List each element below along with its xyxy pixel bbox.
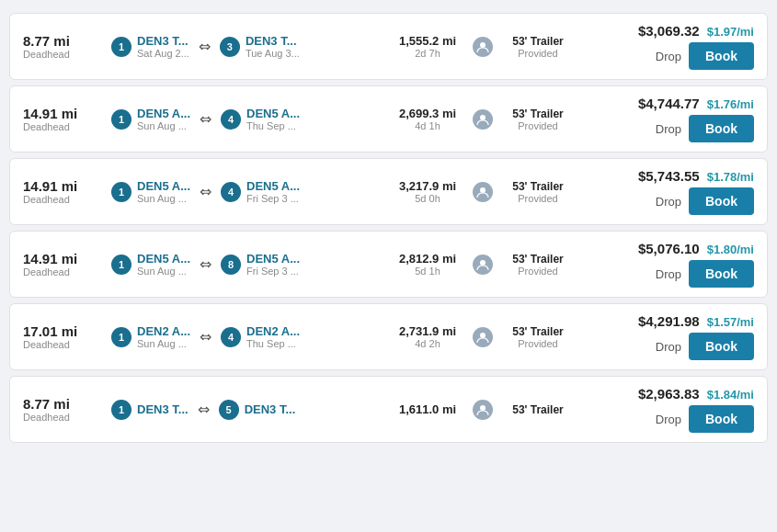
route-col: 1 DEN5 A... Sun Aug ... ⇔ 4 DEN5 A... Fr… [106, 179, 386, 204]
price-main: $4,744.77 [638, 96, 700, 111]
stop2-badge: 8 [221, 255, 241, 275]
price-per-mile: $1.76/mi [707, 97, 754, 111]
stop1-name: DEN3 T... [137, 402, 189, 416]
driver-col [469, 37, 497, 57]
trailer-provided: Provided [497, 338, 579, 349]
stop2-info: DEN5 A... Fri Sep 3 ... [246, 252, 300, 277]
driver-icon [473, 37, 493, 57]
stop2-date: Fri Sep 3 ... [246, 193, 300, 204]
deadhead-label: Deadhead [23, 121, 106, 132]
stop2-name: DEN3 T... [246, 34, 300, 48]
stop2-date: Thu Sep ... [246, 338, 300, 349]
stop1-info: DEN2 A... Sun Aug ... [137, 324, 190, 349]
deadhead-label: Deadhead [23, 339, 106, 350]
price-row: $3,069.32 $1.97/mi [638, 23, 754, 39]
price-main: $3,069.32 [638, 23, 700, 39]
book-button[interactable]: Book [689, 42, 754, 70]
price-per-mile: $1.78/mi [707, 170, 754, 184]
trailer-provided: Provided [497, 120, 579, 131]
miles-value: 17.01 mi [23, 323, 106, 339]
svg-point-2 [480, 187, 486, 193]
stop2-badge: 4 [221, 182, 241, 202]
driver-icon [473, 182, 493, 202]
route-col: 1 DEN5 A... Sun Aug ... ⇔ 8 DEN5 A... Fr… [106, 252, 386, 277]
stop2-name: DEN5 A... [246, 107, 300, 120]
book-button[interactable]: Book [689, 260, 754, 288]
deadhead-label: Deadhead [23, 266, 106, 277]
trip-miles: 3,217.9 mi [386, 179, 469, 193]
actions-col: $5,076.10 $1.80/mi Drop Book [579, 241, 754, 288]
trip-time: 5d 1h [386, 266, 469, 277]
actions-col: $4,744.77 $1.76/mi Drop Book [579, 96, 754, 142]
book-button[interactable]: Book [689, 405, 754, 433]
stop1-name: DEN5 A... [137, 252, 190, 266]
trailer-col: 53' Trailer [497, 403, 579, 416]
miles-value: 14.91 mi [23, 106, 106, 121]
table-row: 14.91 mi Deadhead 1 DEN5 A... Sun Aug ..… [9, 85, 768, 153]
stop1-date: Sun Aug ... [137, 193, 190, 204]
stop1-badge: 1 [111, 400, 131, 420]
trip-col: 3,217.9 mi 5d 0h [386, 179, 469, 204]
table-row: 14.91 mi Deadhead 1 DEN5 A... Sun Aug ..… [9, 231, 768, 298]
trip-col: 2,699.3 mi 4d 1h [386, 107, 469, 131]
svg-point-5 [480, 405, 486, 411]
stop1-date: Sun Aug ... [137, 120, 190, 131]
book-button[interactable]: Book [689, 333, 754, 360]
driver-icon [473, 327, 493, 347]
stop2-date: Fri Sep 3 ... [246, 266, 300, 277]
trip-time: 2d 7h [386, 48, 469, 59]
book-button[interactable]: Book [689, 115, 754, 142]
price-per-mile: $1.97/mi [707, 25, 754, 39]
stop1-info: DEN5 A... Sun Aug ... [137, 107, 190, 131]
drop-label: Drop [656, 340, 681, 354]
driver-col [469, 109, 497, 130]
miles-value: 14.91 mi [23, 178, 106, 194]
action-row: Drop Book [656, 260, 754, 288]
stop2-name: DEN5 A... [246, 252, 300, 266]
deadhead-label: Deadhead [23, 49, 106, 60]
stop2-name: DEN3 T... [245, 402, 296, 416]
stop1-info: DEN3 T... [137, 402, 189, 416]
route-col: 1 DEN5 A... Sun Aug ... ⇔ 4 DEN5 A... Th… [106, 107, 386, 131]
distance-col: 8.77 mi Deadhead [23, 33, 106, 60]
trailer-type: 53' Trailer [497, 253, 579, 266]
book-button[interactable]: Book [689, 187, 754, 215]
stop1-info: DEN5 A... Sun Aug ... [137, 179, 190, 204]
stop2-info: DEN2 A... Thu Sep ... [246, 324, 300, 349]
table-row: 8.77 mi Deadhead 1 DEN3 T... ⇔ 5 DEN3 T.… [9, 376, 768, 443]
stop2-info: DEN5 A... Thu Sep ... [246, 107, 300, 131]
stop1-name: DEN5 A... [137, 179, 190, 193]
trailer-type: 53' Trailer [497, 108, 579, 120]
loads-list: 8.77 mi Deadhead 1 DEN3 T... Sat Aug 2..… [0, 0, 777, 456]
route-col: 1 DEN2 A... Sun Aug ... ⇔ 4 DEN2 A... Th… [106, 324, 386, 349]
trip-col: 1,611.0 mi [386, 402, 469, 416]
route-arrow-icon: ⇔ [198, 401, 210, 418]
stop1-name: DEN5 A... [137, 107, 190, 120]
trip-miles: 2,699.3 mi [386, 107, 469, 120]
stop1-badge: 1 [111, 255, 131, 275]
stop1-name: DEN3 T... [137, 34, 189, 48]
stop1-badge: 1 [111, 327, 131, 347]
driver-icon [473, 109, 493, 130]
action-row: Drop Book [656, 115, 754, 142]
trailer-provided: Provided [497, 48, 579, 59]
price-per-mile: $1.84/mi [707, 388, 754, 402]
trip-miles: 2,731.9 mi [386, 324, 469, 338]
trailer-type: 53' Trailer [497, 403, 579, 416]
price-row: $5,076.10 $1.80/mi [638, 241, 754, 256]
action-row: Drop Book [656, 42, 754, 70]
stop1-badge: 1 [111, 182, 131, 202]
price-per-mile: $1.57/mi [707, 315, 754, 329]
stop1-date: Sun Aug ... [137, 266, 190, 277]
deadhead-label: Deadhead [23, 412, 106, 423]
price-row: $2,963.83 $1.84/mi [638, 386, 754, 402]
stop2-date: Tue Aug 3... [246, 48, 300, 59]
distance-col: 14.91 mi Deadhead [23, 106, 106, 132]
trailer-col: 53' Trailer Provided [497, 180, 579, 204]
svg-point-1 [480, 115, 486, 120]
driver-col [469, 182, 497, 202]
actions-col: $4,291.98 $1.57/mi Drop Book [579, 313, 754, 360]
price-per-mile: $1.80/mi [707, 243, 754, 256]
trailer-col: 53' Trailer Provided [497, 253, 579, 277]
stop1-badge: 1 [111, 37, 131, 57]
